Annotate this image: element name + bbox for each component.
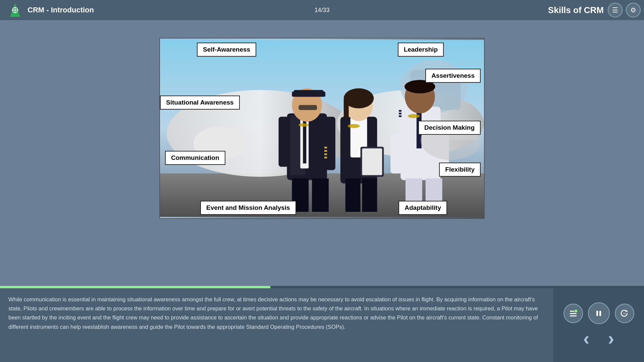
badge-adaptability: Adaptability [398,201,447,215]
svg-rect-22 [324,146,327,148]
svg-rect-48 [362,178,377,212]
next-button[interactable]: › [601,329,621,348]
control-row-top: 10 [564,302,634,324]
svg-rect-57 [596,311,598,316]
svg-rect-24 [324,153,327,155]
bottom-area: While communication is essential in main… [0,288,644,362]
page-title: Skills of CRM [548,5,604,15]
badge-decision-making: Decision Making [418,121,481,135]
badge-leadership: Leadership [398,43,444,57]
svg-rect-41 [399,115,401,117]
svg-rect-54 [570,313,577,314]
svg-point-32 [348,124,360,128]
replay-button[interactable]: 10 [615,304,634,323]
svg-rect-18 [292,92,325,97]
prev-button[interactable]: ‹ [577,329,596,348]
body-paragraph: While communication is essential in main… [8,295,545,331]
settings-button[interactable]: ⚙ [626,3,641,17]
svg-rect-39 [399,110,401,112]
svg-rect-25 [324,157,327,158]
logo-icon [7,2,23,18]
svg-rect-23 [324,150,327,152]
svg-rect-40 [399,113,401,114]
svg-rect-19 [299,105,317,110]
svg-rect-20 [279,117,289,167]
image-section: Self-Awareness Leadership Assertiveness … [0,20,644,235]
menu-button[interactable]: ☰ [608,3,623,17]
svg-text:10: 10 [623,312,626,315]
image-container: Self-Awareness Leadership Assertiveness … [159,38,485,219]
menu-ctrl-button[interactable] [564,304,583,323]
badge-communication: Communication [165,151,225,165]
svg-rect-42 [390,133,402,173]
bottom-text: While communication is essential in main… [0,288,553,362]
pause-button[interactable] [588,302,610,324]
badge-assertiveness: Assertiveness [425,69,481,83]
progress-bar-fill [0,286,270,288]
slide-counter: 14/33 [314,7,329,14]
header-icons: ☰ ⚙ [608,3,641,17]
main-content: Self-Awareness Leadership Assertiveness … [0,20,644,235]
control-row-nav: ‹ › [577,329,621,348]
svg-point-26 [299,123,309,127]
svg-rect-55 [570,315,577,316]
svg-point-56 [574,309,578,313]
badge-self-awareness: Self-Awareness [197,43,256,57]
bottom-controls: 10 ‹ › [553,288,644,362]
header: CRM - Introduction 14/33 Skills of CRM ☰… [0,0,644,20]
svg-point-44 [408,114,420,118]
svg-rect-47 [345,178,361,212]
logo-area: CRM - Introduction [7,2,94,18]
badge-event-mission-analysis: Event and Mission Analysis [200,201,296,215]
svg-rect-21 [325,117,335,170]
app-title: CRM - Introduction [28,6,94,14]
svg-rect-34 [362,148,382,175]
badge-situational-awareness: Situational Awareness [160,96,240,110]
svg-rect-58 [599,311,601,316]
progress-bar-container [0,286,644,288]
svg-rect-46 [312,178,329,212]
svg-rect-31 [344,98,349,118]
badge-flexibility: Flexibility [439,163,481,177]
